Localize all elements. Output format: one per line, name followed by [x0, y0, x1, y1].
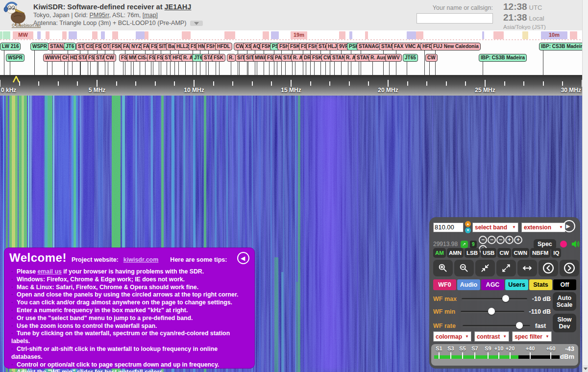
frequency-down-button[interactable]: ▼	[465, 227, 471, 233]
clock: 12:38UTC 21:38Local Asia/Tokyo (JST)	[503, 2, 546, 30]
station-label[interactable]: WWV	[385, 54, 402, 62]
panel-collapse-button[interactable]: ▶	[563, 220, 575, 232]
slider-track[interactable]	[461, 311, 524, 313]
band-strip-label: MW	[13, 32, 33, 38]
spec-filter-dropdown[interactable]: spec filter▼	[512, 331, 552, 342]
colormap-dropdown[interactable]: colormap▼	[433, 331, 471, 342]
station-label[interactable]: IBP: CS3B Madeira	[479, 54, 527, 62]
band-strip	[263, 31, 269, 39]
station-label[interactable]: IBP: CS3B Madeira	[539, 43, 587, 50]
name-box: Your name or callsign:	[416, 3, 493, 24]
station-label[interactable]: CW	[425, 54, 438, 62]
mode-button-usb[interactable]: USB	[481, 248, 496, 258]
mode-button-cw[interactable]: CW	[497, 248, 511, 258]
label-connector-line	[174, 62, 175, 75]
scale-tick	[77, 81, 78, 86]
station-label[interactable]: FUJ New Caledonia	[431, 43, 481, 50]
antenna-text: Antenna: Triangle Loop (3m) + BCL-LOOP10…	[33, 20, 186, 26]
s-meter-tick-label: S3	[447, 346, 454, 351]
mode-button-amn[interactable]: AMN	[447, 248, 464, 258]
mode-button-am[interactable]: AM	[433, 248, 446, 258]
speaker-icon[interactable]	[571, 240, 580, 248]
station-label[interactable]: CW	[104, 54, 116, 62]
label-connector-line	[389, 62, 390, 75]
s-meter-tick-label: S9	[485, 346, 491, 351]
kiwisdr-link[interactable]: kiwisdr.com	[123, 256, 159, 263]
contrast-dropdown[interactable]: contrast▼	[474, 331, 509, 342]
station-label[interactable]: WSPR	[6, 54, 24, 62]
frequency-up-button[interactable]: ▲	[465, 221, 471, 227]
tip-text: You can click and/or drag almost anywher…	[17, 299, 232, 306]
magnify-plus-button[interactable]	[433, 260, 453, 276]
station-label[interactable]: LW 216	[0, 43, 21, 50]
select-band-dropdown[interactable]: select band▼	[472, 223, 518, 232]
arrows-in-button[interactable]	[475, 260, 495, 276]
chevron-down-icon: ▼	[465, 334, 469, 339]
station-label[interactable]: WSPR	[30, 43, 49, 50]
page-right-button[interactable]	[560, 260, 579, 276]
station-label[interactable]: FSK	[212, 54, 225, 62]
s-meter-tick	[498, 352, 499, 359]
station-label[interactable]: JT6	[64, 43, 76, 50]
band-strip	[145, 31, 148, 39]
auto-scale-button[interactable]: AutoScale	[553, 292, 576, 311]
station-label[interactable]: JT65	[403, 54, 418, 62]
s-meter-tick-label: S5	[459, 346, 466, 351]
slow-dev-button[interactable]: SlowDev	[553, 314, 576, 332]
magenta-dot-button[interactable]	[560, 241, 567, 248]
label-connector-line	[314, 62, 315, 75]
callsign-input[interactable]	[416, 13, 493, 24]
frequency-input[interactable]	[433, 223, 464, 232]
callsign-link[interactable]: JE1AHJ	[165, 3, 192, 11]
arrows-out-button[interactable]	[496, 260, 516, 276]
mode-button-lsb[interactable]: LSB	[465, 248, 480, 258]
magnify-minus-button[interactable]	[454, 260, 474, 276]
slider-track[interactable]	[463, 325, 530, 327]
slow-dev-line1: Slow	[557, 316, 571, 323]
welcome-link[interactable]: email us	[38, 268, 62, 275]
tab-wf0[interactable]: WF0	[433, 279, 456, 290]
tab-users[interactable]: Users	[505, 279, 528, 290]
extension-dropdown[interactable]: extension▼	[521, 223, 565, 232]
welcome-tip: Tune by clicking on the waterfall, spect…	[11, 330, 249, 346]
plus-circle-button[interactable]: +	[505, 236, 514, 244]
s-meter-tick	[450, 352, 451, 359]
slider-label: WF min	[433, 308, 461, 315]
station-label[interactable]: R.	[227, 54, 236, 62]
grid-link[interactable]: PM95rr	[89, 12, 109, 19]
left-triangle-icon: ◀	[241, 255, 245, 262]
scrollbar-down-button[interactable]	[583, 365, 588, 372]
tab-agc[interactable]: AGC	[481, 279, 504, 290]
mode-button-iq[interactable]: IQ	[551, 248, 561, 258]
minus-circle-button[interactable]: −	[488, 236, 496, 244]
header-collapse-button[interactable]	[190, 21, 203, 26]
tab-off[interactable]: Off	[553, 279, 576, 290]
welcome-collapse-button[interactable]: ◀	[237, 252, 249, 264]
scale-tick	[252, 81, 253, 86]
slider-knob[interactable]	[488, 308, 495, 315]
tip-text: Tune by clicking on the waterfall, spect…	[11, 330, 230, 345]
tip-text: if your browser is having problems with …	[62, 268, 204, 275]
mode-button-cwn[interactable]: CWN	[512, 248, 529, 258]
slider-knob[interactable]	[502, 295, 509, 302]
minus-circle-button[interactable]: −	[496, 236, 505, 244]
station-label[interactable]: HFDL	[215, 43, 232, 50]
scale-tick	[213, 81, 214, 86]
tab-stats[interactable]: Stats	[529, 279, 552, 290]
title-text: KiwiSDR: Software-defined receiver at	[33, 3, 165, 11]
arrows-max-button[interactable]	[517, 260, 537, 276]
minus-circle-button[interactable]: −	[479, 236, 487, 244]
scrollbar[interactable]	[582, 0, 588, 372]
slider-knob[interactable]	[516, 322, 523, 329]
station-label[interactable]: STANAG	[357, 43, 381, 50]
slider-track[interactable]	[462, 298, 527, 300]
mode-button-nbfm[interactable]: NBFM	[530, 248, 550, 258]
link-button[interactable]: ↗	[461, 241, 467, 248]
frequency-scale[interactable]: 0 kHz5 MHz10 MHz15 MHz20 MHz25 MHz30 MHz	[0, 75, 582, 96]
page-left-icon	[542, 262, 554, 274]
page-left-button[interactable]	[539, 260, 558, 276]
colormap-label: colormap	[436, 333, 462, 340]
map-link[interactable]: [map]	[143, 12, 158, 19]
tab-audio[interactable]: Audio	[457, 279, 480, 290]
plus-circle-button[interactable]: +	[514, 236, 522, 244]
